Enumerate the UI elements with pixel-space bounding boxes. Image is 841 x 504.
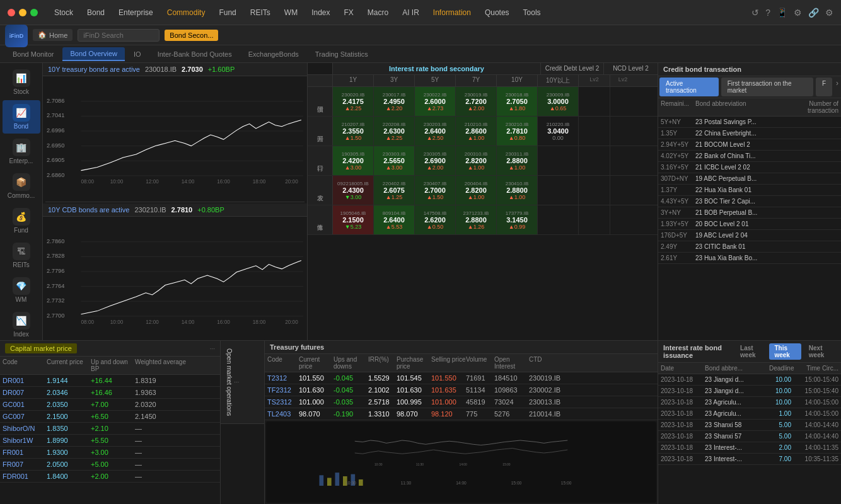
capital-row-shibor-on[interactable]: ShiborO/N1.8350+2.10—	[0, 423, 220, 435]
sidebar-item-reits[interactable]: 🏗 REITs	[3, 239, 40, 272]
credit-row-4[interactable]: 3.16Y+5Y21 ICBC Level 2 02	[658, 162, 841, 173]
futures-table-header: Code Current price Ups and downs IRR(%) …	[265, 354, 658, 372]
nav-index[interactable]: Index	[305, 6, 336, 20]
futures-row-tf2312[interactable]: TF2312 101.630 -0.045 2.1002 101.630 101…	[265, 384, 658, 396]
credit-row-11[interactable]: 2.49Y23 CITIC Bank 01	[658, 241, 841, 253]
guozhai-row: 国债 230020.IB 2.4175 ▲2.25 230017.IB 2.49…	[308, 87, 658, 117]
credit-row-1[interactable]: 1.35Y22 China Everbright...	[658, 128, 841, 139]
sidebar-item-commodity[interactable]: 📦 Commo...	[3, 169, 40, 203]
issuance-row-2[interactable]: 2023-10-1823 Agriculu...10.0014:00-15:00	[658, 397, 841, 408]
futures-row-t2312[interactable]: T2312 101.550 -0.045 1.5529 101.545 101.…	[265, 372, 658, 384]
nav-bond[interactable]: Bond	[81, 6, 111, 20]
capital-row-fdr001[interactable]: FDR0011.8400+2.00—	[0, 471, 220, 483]
capital-row-shibor-1w[interactable]: Shibor1W1.8990+5.50—	[0, 435, 220, 447]
tab-last-week[interactable]: Last week	[735, 343, 767, 360]
credit-row-8[interactable]: 3Y+NY21 BOB Perpetual B...	[658, 207, 841, 219]
tab-interbank[interactable]: Inter-Bank Bond Quotes	[150, 48, 240, 60]
sidebar-item-fund[interactable]: 💰 Fund	[3, 204, 40, 238]
gear-icon[interactable]: ⚙	[825, 8, 833, 18]
credit-row-9[interactable]: 1.93Y+5Y20 BOC Level 2 01	[658, 219, 841, 230]
nav-reits[interactable]: REITs	[244, 6, 277, 20]
tab-bond-monitor[interactable]: Bond Monitor	[5, 48, 61, 60]
refresh-icon[interactable]: ↺	[751, 8, 759, 18]
futures-row-tl2403[interactable]: TL2403 98.070 -0.190 1.3310 98.070 98.12…	[265, 408, 658, 420]
sidebar-item-stock[interactable]: 📊 Stock	[3, 66, 40, 99]
tab-active-transaction[interactable]: Active transaction	[659, 77, 719, 96]
svg-text:11:30: 11:30	[416, 462, 424, 466]
nav-tools[interactable]: Tools	[517, 6, 547, 20]
credit-row-6[interactable]: 1.37Y22 Hua Xia Bank 01	[658, 185, 841, 196]
tab-trading-stats[interactable]: Trading Statistics	[308, 48, 376, 60]
capital-row-dr007[interactable]: DR0072.0346+16.461.9363	[0, 387, 220, 399]
capital-market-title: Capital market price	[5, 343, 77, 353]
credit-row-5[interactable]: 307D+NY19 ABC Perpetual B...	[658, 173, 841, 185]
capital-row-fr001[interactable]: FR0011.9300+3.00—	[0, 447, 220, 459]
svg-text:11:30: 11:30	[401, 481, 412, 485]
credit-row-3[interactable]: 4.02Y+5Y22 Bank of China Ti...	[658, 151, 841, 162]
tab-io[interactable]: IO	[126, 48, 149, 60]
tab-bar: Bond Monitor Bond Overview IO Inter-Bank…	[0, 45, 841, 63]
tab-next-week[interactable]: Next week	[804, 343, 836, 360]
open-market-more[interactable]: ···	[233, 379, 239, 386]
sidebar-item-bond[interactable]: 📈 Bond	[3, 100, 40, 134]
phone-icon[interactable]: 📱	[777, 8, 787, 18]
capital-row-gc007[interactable]: GC0072.1500+6.502.1450	[0, 411, 220, 423]
left-sidebar: 📊 Stock 📈 Bond 🏢 Enterp... 📦 Commo... 💰 …	[0, 63, 43, 340]
svg-text:08:00: 08:00	[81, 319, 95, 325]
tab-exchange-bonds[interactable]: ExchangeBonds	[241, 48, 306, 60]
nav-information[interactable]: Information	[427, 6, 477, 20]
chart1-code: 230018.IB	[145, 66, 177, 73]
capital-row-dr001[interactable]: DR0011.9144+16.441.8319	[0, 375, 220, 387]
credit-row-7[interactable]: 4.43Y+5Y23 BOC Tier 2 Capi...	[658, 196, 841, 207]
open-market-panel: Open market operations ···	[221, 341, 265, 504]
nav-enterprise[interactable]: Enterprise	[112, 6, 160, 20]
futures-row-ts2312[interactable]: TS2312 101.000 -0.035 2.5718 100.995 101…	[265, 396, 658, 408]
nav-wm[interactable]: WM	[278, 6, 304, 20]
next-arrow[interactable]: ›	[833, 76, 841, 98]
cap-header-price: Current price	[47, 358, 91, 372]
tab-first-transaction[interactable]: First transaction on the market	[721, 77, 813, 96]
nav-fx[interactable]: FX	[338, 6, 360, 20]
nav-aiir[interactable]: AI IR	[396, 6, 426, 20]
issuance-row-6[interactable]: 2023-10-1823 Interest-...2.0014:00-11:35	[658, 442, 841, 454]
link-icon[interactable]: 🔗	[808, 8, 819, 18]
close-button[interactable]	[8, 9, 15, 16]
minimize-button[interactable]	[19, 9, 26, 16]
toolbar: iFinD 🏠 Home Bond Secon...	[0, 25, 841, 45]
credit-row-0[interactable]: 5Y+NY23 Postal Savings P...	[658, 117, 841, 128]
tab-this-week[interactable]: This week	[769, 343, 801, 360]
tab-f[interactable]: F	[816, 77, 832, 96]
issuance-table-body: 2023-10-1823 Jiangxi d...10.0015:00-15:4…	[658, 374, 841, 465]
tab-bond-overview[interactable]: Bond Overview	[62, 47, 125, 61]
issuance-row-4[interactable]: 2023-10-1823 Shanxi 585.0014:00-14:40	[658, 420, 841, 431]
active-tab-button[interactable]: Bond Secon...	[165, 30, 218, 41]
issuance-row-1[interactable]: 2023-10-1823 Jiangxi d...10.0015:00-15:4…	[658, 386, 841, 397]
help-icon[interactable]: ?	[765, 8, 770, 18]
credit-row-2[interactable]: 2.94Y+5Y21 BOCOM Level 2	[658, 139, 841, 151]
nav-stock[interactable]: Stock	[48, 6, 79, 20]
capital-row-fr007[interactable]: FR0072.0500+5.00—	[0, 459, 220, 471]
svg-text:14:00: 14:00	[182, 319, 195, 325]
svg-text:08:00: 08:00	[81, 179, 95, 185]
capital-row-gc001[interactable]: GC0012.0350+7.002.0320	[0, 399, 220, 411]
settings-icon[interactable]: ⚙	[794, 8, 802, 18]
issuance-row-7[interactable]: 2023-10-1823 Interest-...7.0010:35-11:35	[658, 454, 841, 465]
sidebar-item-index[interactable]: 📉 Index	[3, 308, 40, 340]
issuance-row-3[interactable]: 2023-10-1823 Agriculu...1.0014:00-15:00	[658, 408, 841, 420]
nav-commodity[interactable]: Commodity	[161, 6, 212, 20]
sidebar-item-wm[interactable]: 💎 WM	[3, 273, 40, 307]
issuance-row-5[interactable]: 2023-10-1823 Shanxi 575.0014:00-14:40	[658, 431, 841, 442]
traffic-lights	[8, 9, 38, 16]
capital-more-icon[interactable]: ···	[210, 345, 215, 352]
enterprise-icon: 🏢	[13, 139, 30, 156]
credit-row-10[interactable]: 176D+5Y19 ABC Level 2 04	[658, 230, 841, 241]
nav-macro[interactable]: Macro	[361, 6, 395, 20]
credit-row-12[interactable]: 2.61Y23 Hua Xia Bank Bo...	[658, 253, 841, 264]
nav-quotes[interactable]: Quotes	[478, 6, 516, 20]
search-input[interactable]	[78, 29, 160, 42]
maximize-button[interactable]	[30, 9, 38, 16]
issuance-row-0[interactable]: 2023-10-1823 Jiangxi d...10.0015:00-15:4…	[658, 374, 841, 386]
nav-fund[interactable]: Fund	[212, 6, 242, 20]
home-button[interactable]: 🏠 Home	[33, 29, 72, 41]
sidebar-item-enterprise[interactable]: 🏢 Enterp...	[3, 135, 40, 168]
